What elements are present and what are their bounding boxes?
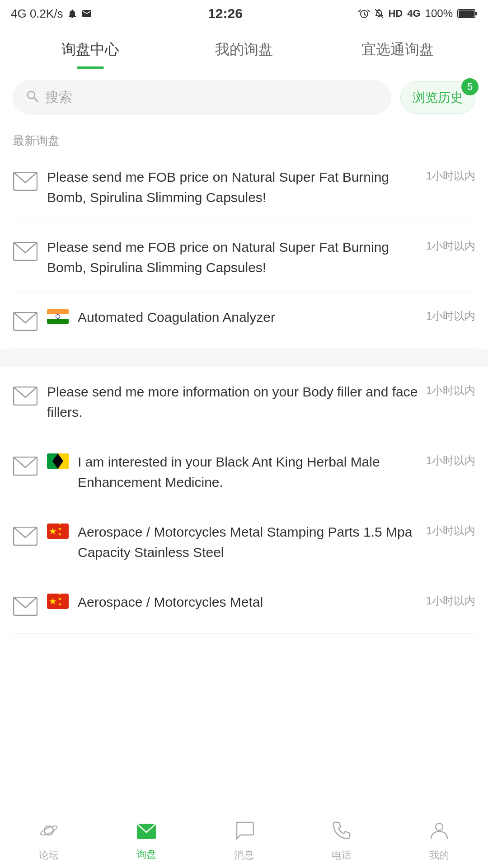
spacer	[0, 349, 488, 367]
inquiry-time: 1小时以内	[426, 453, 475, 468]
inquiry-text: I am interested in your Black Ant King H…	[78, 452, 421, 492]
nav-phone-label: 电话	[332, 849, 352, 862]
nav-inquiry[interactable]: 询盘	[98, 817, 195, 866]
mail-icon	[13, 387, 38, 406]
mail-icon-wrap	[13, 383, 38, 409]
inquiry-item[interactable]: ★ ★★★★ Aerospace / Motorcycles Metal 1小时…	[13, 577, 475, 634]
mute-icon	[375, 9, 384, 19]
search-icon	[25, 89, 39, 106]
mail-icon	[13, 242, 38, 261]
inquiry-item[interactable]: ★ ★★★★ Aerospace / Motorcycles Metal Sta…	[13, 507, 475, 577]
tab-inquiry-center[interactable]: 询盘中心	[14, 27, 167, 69]
inquiry-list: Please send me FOB price on Natural Supe…	[0, 152, 488, 349]
inquiry-item[interactable]: Please send me more information on your …	[13, 367, 475, 437]
inquiry-time: 1小时以内	[426, 309, 475, 323]
network-4g: 4G	[407, 8, 420, 19]
inquiry-header: I am interested in your Black Ant King H…	[78, 452, 475, 492]
flag-china: ★ ★★★★	[47, 524, 69, 539]
inquiry-text: Aerospace / Motorcycles Metal	[78, 592, 421, 612]
alarm-icon	[358, 9, 370, 19]
inquiry-content: Please send me FOB price on Natural Supe…	[47, 167, 475, 208]
mail-icon	[13, 172, 38, 191]
notification-icon	[67, 8, 78, 19]
inquiry-item[interactable]: I am interested in your Black Ant King H…	[13, 437, 475, 507]
mail-icon	[13, 312, 38, 331]
inquiry-content: Automated Coagulation Analyzer 1小时以内	[78, 307, 475, 327]
inquiry-list-2: Please send me more information on your …	[0, 367, 488, 634]
svg-rect-3	[475, 12, 477, 15]
mail-icon-wrap	[13, 239, 38, 264]
inquiry-time: 1小时以内	[426, 524, 475, 538]
inquiry-header: Aerospace / Motorcycles Metal 1小时以内	[78, 592, 475, 612]
inquiry-header: Please send me FOB price on Natural Supe…	[47, 237, 475, 278]
mail-icon	[13, 457, 38, 476]
mail-icon-wrap	[13, 524, 38, 549]
inquiry-text: Please send me FOB price on Natural Supe…	[47, 237, 421, 278]
tab-my-inquiry[interactable]: 我的询盘	[167, 27, 321, 69]
status-left: 4G 0.2K/s	[11, 7, 92, 21]
inquiry-content: Please send me more information on your …	[47, 382, 475, 422]
flag-china-2: ★ ★★★★	[47, 594, 69, 609]
section-label-latest: 最新询盘	[0, 126, 488, 152]
inquiry-content: I am interested in your Black Ant King H…	[78, 452, 475, 492]
mail-active-icon	[136, 821, 156, 844]
inquiry-text: Automated Coagulation Analyzer	[78, 307, 421, 327]
planet-icon	[39, 821, 59, 845]
inquiry-header: Aerospace / Motorcycles Metal Stamping P…	[78, 522, 475, 562]
inquiry-item[interactable]: Please send me FOB price on Natural Supe…	[13, 152, 475, 222]
inquiry-content: Aerospace / Motorcycles Metal Stamping P…	[78, 522, 475, 562]
status-time: 12:26	[208, 6, 243, 21]
svg-point-16	[436, 823, 443, 830]
flag-jamaica	[47, 453, 69, 469]
nav-forum-label: 论坛	[39, 849, 59, 862]
nav-mine-label: 我的	[429, 849, 449, 862]
tab-preferred-inquiry[interactable]: 宜选通询盘	[321, 27, 474, 69]
chat-icon	[234, 821, 254, 845]
nav-message-label: 消息	[234, 849, 254, 862]
status-bar: 4G 0.2K/s 12:26 HD 4G 100%	[0, 0, 488, 27]
mail-icon	[13, 597, 38, 616]
tab-bar: 询盘中心 我的询盘 宜选通询盘	[0, 27, 488, 69]
svg-line-5	[34, 98, 38, 101]
inquiry-time: 1小时以内	[426, 383, 475, 398]
search-placeholder: 搜索	[45, 88, 72, 107]
inquiry-text: Please send me FOB price on Natural Supe…	[47, 167, 421, 208]
search-area: 搜索 浏览历史 5	[0, 69, 488, 126]
inquiry-time: 1小时以内	[426, 594, 475, 608]
flag-india	[47, 309, 69, 324]
email-icon	[81, 8, 92, 19]
mail-icon	[13, 527, 38, 546]
inquiry-text: Aerospace / Motorcycles Metal Stamping P…	[78, 522, 421, 562]
browse-history-badge: 5	[461, 78, 479, 95]
nav-forum[interactable]: 论坛	[0, 816, 98, 867]
battery-text: 100%	[425, 7, 453, 20]
inquiry-header: Please send me more information on your …	[47, 382, 475, 422]
phone-icon	[332, 821, 352, 845]
mail-icon-wrap	[13, 309, 38, 334]
signal-text: 4G 0.2K/s	[11, 7, 63, 21]
search-box[interactable]: 搜索	[13, 80, 391, 115]
nav-mine[interactable]: 我的	[390, 816, 488, 867]
hd-badge: HD	[388, 8, 403, 19]
inquiry-item[interactable]: Automated Coagulation Analyzer 1小时以内	[13, 292, 475, 349]
inquiry-text: Please send me more information on your …	[47, 382, 421, 422]
mail-icon-wrap	[13, 594, 38, 619]
mail-icon-wrap	[13, 453, 38, 479]
inquiry-time: 1小时以内	[426, 169, 475, 183]
person-icon	[429, 821, 449, 845]
inquiry-header: Automated Coagulation Analyzer 1小时以内	[78, 307, 475, 327]
status-right: HD 4G 100%	[358, 7, 477, 20]
inquiry-header: Please send me FOB price on Natural Supe…	[47, 167, 475, 208]
nav-message[interactable]: 消息	[195, 816, 293, 867]
nav-phone[interactable]: 电话	[293, 816, 390, 867]
svg-rect-2	[459, 10, 474, 17]
bottom-nav: 论坛 询盘 消息 电话	[0, 814, 488, 868]
battery-icon	[457, 9, 477, 19]
inquiry-item[interactable]: Please send me FOB price on Natural Supe…	[13, 222, 475, 292]
browse-history-button[interactable]: 浏览历史 5	[400, 81, 475, 114]
inquiry-time: 1小时以内	[426, 239, 475, 253]
inquiry-content: Aerospace / Motorcycles Metal 1小时以内	[78, 592, 475, 612]
inquiry-content: Please send me FOB price on Natural Supe…	[47, 237, 475, 278]
mail-icon-wrap	[13, 169, 38, 194]
nav-inquiry-label: 询盘	[136, 848, 156, 861]
